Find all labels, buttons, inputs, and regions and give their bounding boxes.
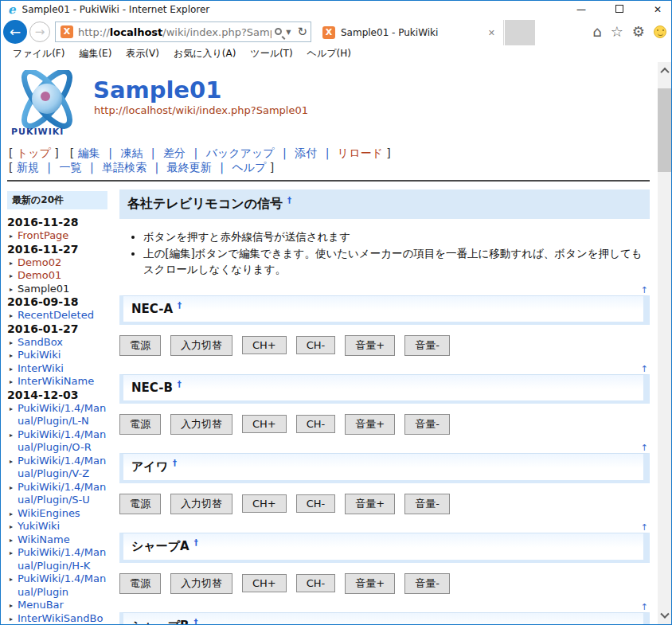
recent-link-YukiWiki[interactable]: YukiWiki: [18, 520, 60, 532]
nav-link-バックアップ[interactable]: バックアップ: [206, 146, 275, 159]
up-arrow-link[interactable]: ↑: [641, 443, 648, 453]
minimize-button[interactable]: —: [576, 1, 587, 18]
recent-link-Demo02[interactable]: Demo02: [18, 256, 61, 268]
home-icon[interactable]: ⌂: [592, 25, 601, 39]
anchor-link[interactable]: †: [178, 301, 182, 310]
anchor-link[interactable]: †: [173, 459, 177, 467]
anchor-link[interactable]: †: [194, 538, 198, 547]
close-button[interactable]: ✕: [652, 1, 663, 18]
scrollbar-thumb[interactable]: [658, 88, 671, 172]
nav-bracket: [: [70, 146, 78, 159]
remote-button-入力切替[interactable]: 入力切替: [170, 335, 232, 356]
up-arrow-link[interactable]: ↑: [641, 602, 648, 612]
remote-button-CH+[interactable]: CH+: [242, 336, 287, 354]
scroll-down-button[interactable]: [658, 609, 671, 623]
recent-link-SandBox[interactable]: SandBox: [18, 336, 63, 348]
scroll-up-button[interactable]: [658, 64, 671, 77]
recent-link-PukiWiki/1.4/Manual/Plugin[interactable]: PukiWiki/1.4/Manual/Plugin: [18, 572, 106, 598]
forward-button[interactable]: →: [29, 21, 50, 42]
remote-button-CH+[interactable]: CH+: [242, 494, 287, 513]
anchor-link[interactable]: †: [287, 196, 291, 205]
remote-button-音量+[interactable]: 音量+: [345, 335, 395, 356]
address-bar[interactable]: X http://localhost/wiki/index.php?Sample…: [55, 21, 311, 42]
remote-button-電源[interactable]: 電源: [119, 494, 161, 514]
remote-sections: ↑NEC-A†電源入力切替CH+CH-音量+音量-↑NEC-B†電源入力切替CH…: [119, 287, 650, 624]
remote-button-音量-[interactable]: 音量-: [404, 414, 450, 435]
nav-link-凍結[interactable]: 凍結: [120, 146, 143, 159]
remote-button-音量-[interactable]: 音量-: [404, 335, 450, 356]
remote-button-音量+[interactable]: 音量+: [345, 573, 395, 594]
search-icon[interactable]: [275, 28, 282, 35]
tab-close-icon[interactable]: ✕: [485, 28, 498, 38]
list-item: ▸RecentDeleted: [7, 309, 107, 322]
anchor-link[interactable]: †: [178, 380, 182, 389]
remote-button-電源[interactable]: 電源: [119, 573, 161, 594]
pukiwiki-logo[interactable]: PUKIWIKI: [9, 70, 85, 137]
browser-tab[interactable]: X Sample01 - PukiWiki ✕: [318, 20, 504, 45]
recent-link-PukiWiki[interactable]: PukiWiki: [18, 349, 61, 361]
recent-link-InterWikiSandBox[interactable]: InterWikiSandBox: [18, 612, 103, 625]
menu-edit[interactable]: 編集(E): [72, 47, 119, 61]
recent-link-Demo01[interactable]: Demo01: [18, 269, 61, 281]
remote-button-音量+[interactable]: 音量+: [345, 414, 395, 435]
remote-button-電源[interactable]: 電源: [119, 335, 161, 356]
menu-view[interactable]: 表示(V): [119, 47, 166, 61]
remote-button-入力切替[interactable]: 入力切替: [170, 573, 232, 594]
page-url[interactable]: http://localhost/wiki/index.php?Sample01: [94, 104, 650, 116]
recent-link-RecentDeleted[interactable]: RecentDeleted: [18, 309, 94, 321]
recent-link-PukiWiki/1.4/Manual/Plugin/S-U[interactable]: PukiWiki/1.4/Manual/Plugin/S-U: [18, 481, 106, 506]
anchor-link[interactable]: †: [194, 618, 198, 624]
url-text[interactable]: http://localhost/wiki/index.php?Sample01: [78, 26, 272, 38]
remote-button-音量-[interactable]: 音量-: [404, 494, 450, 514]
recent-link-PukiWiki/1.4/Manual/Plugin/V-Z[interactable]: PukiWiki/1.4/Manual/Plugin/V-Z: [18, 455, 106, 480]
recent-link-InterWiki[interactable]: InterWiki: [18, 362, 64, 374]
recent-link-PukiWiki/1.4/Manual/Plugin/O-R[interactable]: PukiWiki/1.4/Manual/Plugin/O-R: [18, 428, 106, 454]
remote-button-CH-[interactable]: CH-: [296, 574, 336, 592]
menu-tools[interactable]: ツール(T): [243, 47, 299, 61]
back-button[interactable]: ←: [3, 20, 27, 44]
remote-button-CH-[interactable]: CH-: [296, 494, 336, 513]
recent-link-FrontPage[interactable]: FrontPage: [18, 229, 68, 241]
remote-button-音量-[interactable]: 音量-: [404, 573, 450, 594]
nav-link-トップ[interactable]: トップ: [17, 146, 51, 159]
recent-link-InterWikiName[interactable]: InterWikiName: [18, 375, 94, 387]
nav-link-単語検索[interactable]: 単語検索: [102, 161, 147, 174]
new-tab-button[interactable]: [505, 20, 535, 45]
nav-link-リロード[interactable]: リロード: [338, 146, 383, 159]
nav-link-差分[interactable]: 差分: [163, 146, 186, 159]
remote-button-入力切替[interactable]: 入力切替: [170, 494, 232, 514]
up-arrow-link[interactable]: ↑: [641, 364, 648, 374]
remote-button-電源[interactable]: 電源: [119, 414, 161, 435]
remote-button-CH+[interactable]: CH+: [242, 574, 287, 592]
chevron-down-icon[interactable]: ▼: [286, 29, 291, 36]
feedback-smiley-icon[interactable]: [654, 25, 666, 38]
up-arrow-link[interactable]: ↑: [641, 285, 648, 295]
remote-button-CH+[interactable]: CH+: [242, 415, 287, 433]
nav-link-最終更新[interactable]: 最終更新: [167, 161, 212, 174]
favorites-star-icon[interactable]: ☆: [611, 25, 623, 39]
recent-link-PukiWiki/1.4/Manual/Plugin/L-N[interactable]: PukiWiki/1.4/Manual/Plugin/L-N: [18, 402, 106, 428]
gear-icon[interactable]: ⚙: [632, 25, 645, 39]
remote-button-CH-[interactable]: CH-: [296, 415, 336, 433]
up-arrow-link[interactable]: ↑: [641, 522, 648, 533]
menu-favorites[interactable]: お気に入り(A): [166, 47, 243, 61]
nav-link-添付[interactable]: 添付: [295, 146, 317, 159]
nav-link-編集[interactable]: 編集: [78, 146, 100, 159]
remote-button-音量+[interactable]: 音量+: [345, 494, 395, 514]
nav-link-ヘルプ[interactable]: ヘルプ: [232, 161, 266, 174]
recent-link-MenuBar[interactable]: MenuBar: [18, 599, 64, 611]
recent-link-PukiWiki/1.4/Manual/Plugin/H-K[interactable]: PukiWiki/1.4/Manual/Plugin/H-K: [18, 546, 106, 572]
nav-link-新規[interactable]: 新規: [17, 161, 39, 174]
menu-help[interactable]: ヘルプ(H): [300, 47, 358, 61]
nav-bracket: ]: [383, 146, 391, 159]
recent-link-WikiEngines[interactable]: WikiEngines: [18, 507, 80, 519]
nav-link-一覧[interactable]: 一覧: [60, 161, 82, 174]
vertical-scrollbar[interactable]: [658, 62, 671, 624]
menu-file[interactable]: ファイル(F): [6, 47, 72, 61]
remote-button-入力切替[interactable]: 入力切替: [170, 414, 232, 435]
recent-link-WikiName[interactable]: WikiName: [18, 533, 70, 545]
maximize-button[interactable]: [614, 1, 625, 18]
browser-window: e Sample01 - PukiWiki - Internet Explore…: [0, 0, 672, 625]
refresh-icon[interactable]: ↻: [297, 25, 307, 39]
remote-button-CH-[interactable]: CH-: [296, 336, 336, 354]
